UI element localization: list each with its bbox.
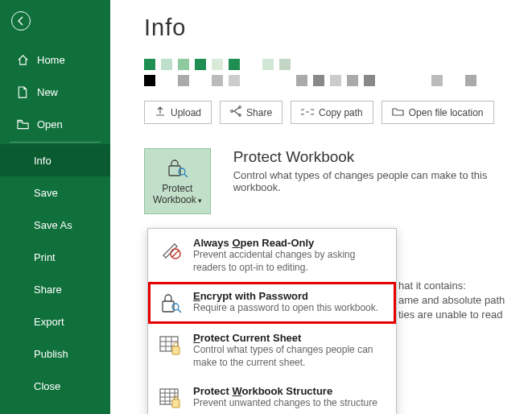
backstage-sidebar: HomeNewOpenInfoSaveSave AsPrintShareExpo… [0, 0, 110, 414]
sidebar-item-new[interactable]: New [0, 76, 110, 108]
menu-item-desc: Prevent accidental changes by asking rea… [193, 249, 386, 274]
open-file-location-button[interactable]: Open file location [381, 101, 494, 124]
link-icon [301, 107, 314, 118]
menu-item-title: Protect Workbook Structure [193, 385, 386, 397]
action-label: Upload [171, 107, 201, 118]
back-button[interactable] [11, 11, 31, 31]
svg-line-10 [178, 309, 181, 313]
menu-item-encrypt[interactable]: Encrypt with PasswordRequire a password … [148, 282, 396, 324]
page-title: Info [144, 14, 519, 41]
sidebar-item-label: Share [34, 284, 62, 296]
sheet-icon [158, 332, 184, 358]
svg-rect-24 [172, 400, 179, 408]
svg-point-9 [172, 304, 179, 310]
share-button[interactable]: Share [220, 101, 282, 124]
file-thumbnail-row2 [144, 75, 519, 86]
sidebar-item-label: Save [34, 187, 58, 199]
sidebar-item-label: Publish [34, 348, 68, 360]
sidebar-item-save[interactable]: Save [0, 176, 110, 209]
sidebar-item-close[interactable]: Close [0, 370, 110, 402]
sidebar-item-label: Open [37, 118, 63, 130]
sidebar-item-print[interactable]: Print [0, 241, 110, 273]
home-icon [16, 54, 29, 66]
chevron-down-icon: ▾ [198, 197, 202, 205]
sidebar-item-export[interactable]: Export [0, 305, 110, 337]
menu-item-title: Always Open Read-Only [193, 237, 386, 249]
sidebar-item-share[interactable]: Share [0, 273, 110, 305]
menu-item-readonly[interactable]: Always Open Read-OnlyPrevent accidental … [148, 229, 396, 282]
protect-workbook-info: Protect Workbook Control what types of c… [233, 148, 519, 193]
sidebar-item-label: Info [34, 155, 52, 167]
menu-item-sheet[interactable]: Protect Current SheetControl what types … [148, 324, 396, 377]
svg-rect-16 [172, 346, 179, 354]
protect-heading: Protect Workbook [233, 148, 519, 166]
encrypt-icon [158, 290, 184, 316]
protect-description: Control what types of changes people can… [233, 169, 519, 193]
sidebar-item-label: Home [37, 54, 65, 66]
menu-item-desc: Control what types of changes people can… [193, 344, 386, 369]
sidebar-item-label: New [37, 86, 58, 98]
sidebar-item-open[interactable]: Open [0, 108, 110, 140]
action-label: Copy path [319, 107, 363, 118]
menu-item-desc: Require a password to open this workbook… [193, 302, 386, 315]
copy-path-button[interactable]: Copy path [291, 101, 373, 124]
sidebar-item-label: Save As [34, 219, 72, 231]
menu-item-title: Protect Current Sheet [193, 332, 386, 344]
protect-workbook-button[interactable]: ProtectWorkbook▾ [144, 148, 211, 214]
sidebar-item-save-as[interactable]: Save As [0, 209, 110, 241]
lock-search-icon [166, 158, 188, 180]
file-actions-row: UploadShareCopy pathOpen file location [144, 101, 519, 124]
protect-workbook-menu: Always Open Read-OnlyPrevent accidental … [147, 228, 397, 414]
action-label: Open file location [409, 107, 484, 118]
doc-icon [16, 86, 29, 98]
action-label: Share [246, 107, 272, 118]
sidebar-item-label: Print [34, 251, 56, 263]
file-thumbnail-row1 [144, 59, 519, 70]
menu-item-desc: Prevent unwanted changes to the structur… [193, 397, 386, 410]
sidebar-item-label: Close [34, 380, 60, 392]
svg-line-7 [172, 250, 179, 257]
sidebar-item-label: Export [34, 316, 64, 328]
menu-item-title: Encrypt with Password [193, 290, 386, 302]
svg-line-5 [184, 174, 188, 177]
back-arrow-icon [15, 15, 27, 27]
sidebar-item-publish[interactable]: Publish [0, 337, 110, 370]
sidebar-item-info[interactable]: Info [0, 144, 110, 176]
structure-icon [158, 385, 184, 411]
menu-item-structure[interactable]: Protect Workbook StructurePrevent unwant… [148, 377, 396, 414]
share-icon [230, 106, 241, 119]
upload-button[interactable]: Upload [144, 101, 212, 124]
folder-icon [392, 106, 404, 118]
svg-point-4 [179, 168, 185, 175]
upload-icon [155, 106, 166, 119]
sidebar-item-home[interactable]: Home [0, 43, 110, 76]
folder-icon [16, 119, 29, 130]
readonly-icon [158, 237, 184, 263]
